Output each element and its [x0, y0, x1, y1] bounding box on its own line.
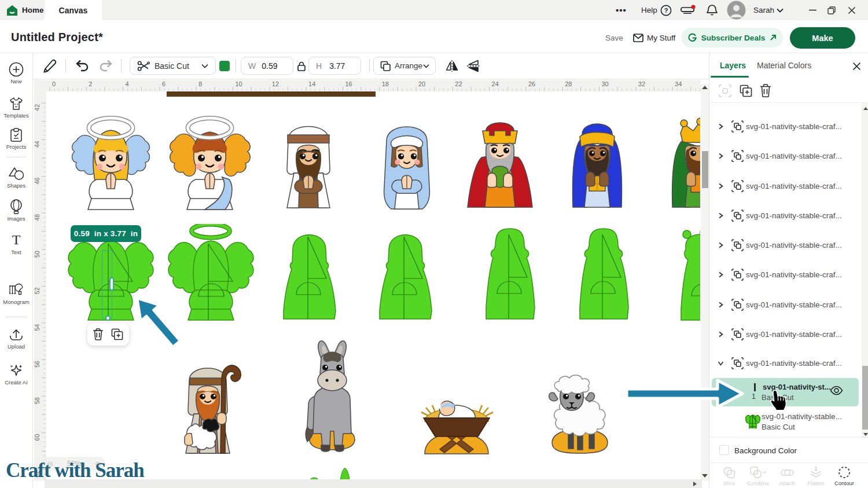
svg-text:42: 42 [34, 104, 41, 111]
svg-text:T: T [12, 233, 21, 247]
svg-text:46: 46 [34, 177, 41, 184]
svg-text:52: 52 [34, 287, 41, 294]
svg-text:18: 18 [382, 80, 389, 87]
svg-text:20: 20 [418, 80, 425, 87]
svg-text:32: 32 [638, 80, 645, 87]
svg-text:16: 16 [345, 80, 352, 87]
svg-text:?: ? [664, 7, 668, 14]
svg-text:28: 28 [565, 80, 572, 87]
svg-text:4: 4 [126, 80, 129, 87]
svg-text:8: 8 [198, 80, 202, 87]
svg-text:48: 48 [34, 214, 41, 221]
svg-text:2: 2 [89, 80, 92, 87]
svg-text:12: 12 [272, 80, 279, 87]
svg-text:58: 58 [34, 397, 41, 404]
svg-text:30: 30 [602, 80, 609, 87]
svg-text:34: 34 [675, 80, 682, 87]
svg-text:26: 26 [528, 80, 535, 87]
svg-text:22: 22 [455, 80, 462, 87]
svg-text:44: 44 [34, 141, 41, 148]
svg-text:14: 14 [308, 80, 315, 87]
svg-text:50: 50 [34, 251, 41, 258]
svg-text:54: 54 [34, 324, 41, 331]
svg-text:56: 56 [34, 361, 41, 368]
svg-text:24: 24 [492, 80, 499, 87]
svg-text:60: 60 [34, 434, 41, 441]
svg-text:10: 10 [236, 80, 242, 87]
svg-text:0: 0 [52, 80, 56, 87]
svg-text:6: 6 [162, 80, 165, 87]
